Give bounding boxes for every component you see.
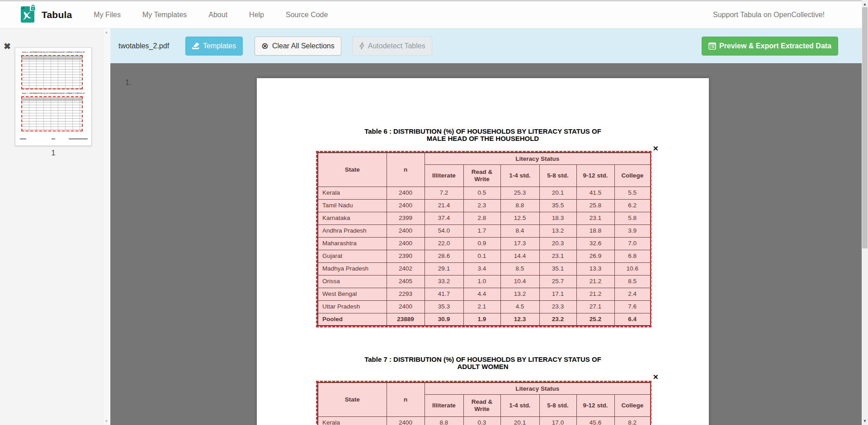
templates-button[interactable]: Templates xyxy=(185,37,243,56)
support-link[interactable]: Support Tabula on OpenCollective! xyxy=(713,11,825,19)
pdf-filename: twotables_2.pdf xyxy=(118,42,169,50)
page-index-label: 1. xyxy=(125,78,132,87)
window-top-edge xyxy=(0,0,868,1)
sidebar-scrollbar[interactable]: ▲ ▼ xyxy=(103,28,110,425)
table7-title-line2: ADULT WOMEN xyxy=(257,363,709,370)
nav-item-source-code[interactable]: Source Code xyxy=(275,1,339,28)
nav-item-about[interactable]: About xyxy=(198,1,238,28)
preview-export-button[interactable]: Preview & Export Extracted Data xyxy=(702,37,838,56)
table6-selection-overlay[interactable] xyxy=(316,151,651,327)
brand-title: Tabula xyxy=(42,9,72,20)
main-scroll-up-icon[interactable]: ▲ xyxy=(862,2,868,6)
thumbnail-table7-title: Table 7 : DISTRIBUTION (%) OF HOUSEHOLDS… xyxy=(15,93,91,94)
autodetect-tables-label: Autodetect Tables xyxy=(368,42,425,50)
nav-item-my-templates[interactable]: My Templates xyxy=(132,1,198,28)
templates-button-label: Templates xyxy=(203,42,236,50)
autodetect-tables-button[interactable]: Autodetect Tables xyxy=(352,37,432,56)
main-scrollbar[interactable]: ▲ ▼ xyxy=(862,0,868,425)
pdf-viewport: 1. Table 6 : DISTRIBUTION (%) OF HOUSEHO… xyxy=(110,63,862,425)
clear-all-selections-label: Clear All Selections xyxy=(272,42,335,50)
table7-selection-overlay[interactable] xyxy=(316,381,651,425)
clear-selections-icon: ⊗ xyxy=(261,42,269,50)
table6-selection-close-icon[interactable]: ✕ xyxy=(653,145,659,152)
thumbnail-table6-title: Table 6 : DISTRIBUTION (%) OF HOUSEHOLDS… xyxy=(15,51,91,53)
sidebar: ✖ Table 6 : DISTRIBUTION (%) OF HOUSEHOL… xyxy=(0,28,103,425)
table7-selection-close-icon[interactable]: ✕ xyxy=(653,374,659,380)
lightning-bolt-icon xyxy=(359,42,365,50)
thumbnail-page-number: 1 xyxy=(15,149,92,158)
brand[interactable]: Tabula xyxy=(20,5,72,25)
table6-title-line2: MALE HEAD OF THE HOUSEHOLD xyxy=(257,135,709,142)
thumbnail-selection-table7 xyxy=(21,96,83,131)
table7-title-line1: Table 7 : DISTRIBUTION (%) OF HOUSEHOLDS… xyxy=(257,356,709,363)
clear-all-selections-button[interactable]: ⊗ Clear All Selections xyxy=(255,37,341,56)
tabula-logo-icon xyxy=(20,5,37,25)
nav-item-my-files[interactable]: My Files xyxy=(83,1,132,28)
save-template-icon xyxy=(192,42,200,50)
main-scroll-down-icon[interactable]: ▼ xyxy=(862,419,868,423)
sidebar-scroll-up-icon[interactable]: ▲ xyxy=(103,30,110,34)
main-scrollbar-thumb[interactable] xyxy=(862,7,868,248)
export-table-icon xyxy=(708,42,716,50)
sidebar-scroll-down-icon[interactable]: ▼ xyxy=(103,419,110,423)
remove-file-icon[interactable]: ✖ xyxy=(4,42,11,51)
page-thumbnail[interactable]: Table 6 : DISTRIBUTION (%) OF HOUSEHOLDS… xyxy=(15,47,92,146)
toolbar: twotables_2.pdf Templates ⊗ Clear All Se… xyxy=(110,28,862,63)
pdf-page[interactable]: Table 6 : DISTRIBUTION (%) OF HOUSEHOLDS… xyxy=(257,78,709,425)
preview-export-label: Preview & Export Extracted Data xyxy=(719,42,831,50)
nav-item-help[interactable]: Help xyxy=(238,1,275,28)
thumbnail-selection-table6 xyxy=(21,55,83,89)
navbar: Tabula My Files My Templates About Help … xyxy=(0,1,868,28)
table6-title-line1: Table 6 : DISTRIBUTION (%) OF HOUSEHOLDS… xyxy=(257,128,709,135)
nav-links: My Files My Templates About Help Source … xyxy=(83,1,339,28)
